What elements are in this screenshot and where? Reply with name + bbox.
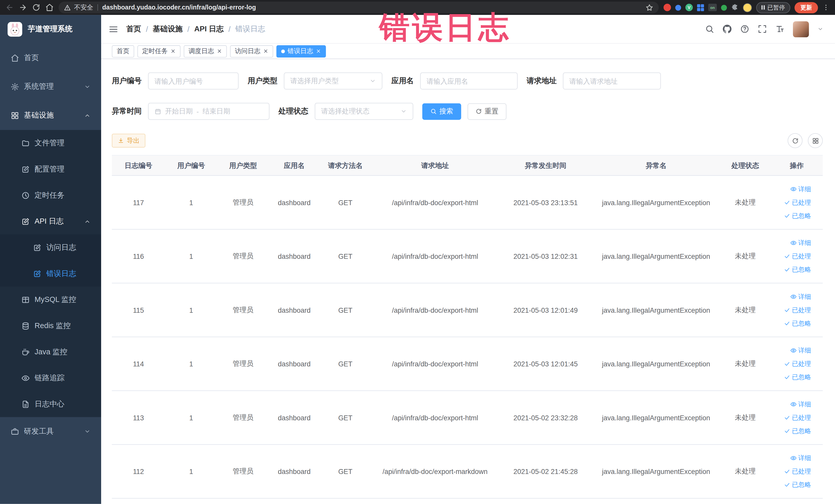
avatar-caret-icon[interactable] — [817, 26, 823, 32]
ignored-link[interactable]: 已忽略 — [784, 372, 811, 382]
app-name-input[interactable] — [420, 73, 518, 89]
cell-exception-time: 2021-05-02 21:45:28 — [499, 467, 592, 475]
extension-icon-on-badge[interactable]: on — [708, 4, 717, 11]
exception-time-range-picker[interactable]: 开始日期 - 结束日期 — [148, 103, 269, 120]
extension-icon-red[interactable] — [664, 4, 671, 11]
sidebar-item-mysql-monitor[interactable]: MySQL 监控 — [0, 286, 101, 313]
extension-icon-green[interactable] — [721, 5, 727, 11]
extension-icon-blue[interactable] — [675, 5, 681, 11]
browser-back-icon[interactable] — [5, 3, 14, 12]
reset-button[interactable]: 重置 — [468, 103, 506, 119]
help-icon[interactable] — [740, 24, 749, 33]
user-id-input[interactable] — [148, 73, 239, 89]
sidebar-item-api-log[interactable]: API 日志 — [0, 208, 101, 235]
detail-link[interactable]: 详细 — [790, 346, 811, 355]
browser-home-icon[interactable] — [45, 3, 54, 12]
tab-access-log[interactable]: 访问日志 — [230, 45, 273, 57]
ignored-link[interactable]: 已忽略 — [784, 426, 811, 436]
breadcrumb-home[interactable]: 首页 — [126, 24, 141, 34]
search-icon[interactable] — [705, 24, 714, 33]
ignored-link[interactable]: 已忽略 — [784, 265, 811, 274]
sidebar-item-infrastructure[interactable]: 基础设施 — [0, 101, 101, 130]
tab-scheduled-tasks[interactable]: 定时任务 — [137, 45, 180, 57]
close-icon[interactable] — [217, 48, 222, 54]
sidebar-item-home[interactable]: 首页 — [0, 44, 101, 73]
refresh-button[interactable] — [788, 133, 802, 148]
cell-user-id: 1 — [165, 306, 217, 314]
cell-method: GET — [320, 414, 371, 422]
table-row: 115 1 管理员 dashboard GET /api/infra/db-do… — [112, 283, 823, 337]
detail-link[interactable]: 详细 — [790, 292, 811, 301]
sidebar-item-access-log[interactable]: 访问日志 — [0, 235, 101, 261]
sidebar-collapse-icon[interactable] — [108, 24, 118, 34]
user-type-select[interactable]: 请选择用户类型 — [284, 73, 383, 89]
github-icon[interactable] — [722, 24, 732, 33]
browser-reload-icon[interactable] — [32, 3, 40, 12]
table-row: 113 1 管理员 dashboard GET /api/infra/db-do… — [112, 391, 823, 445]
breadcrumb-infrastructure[interactable]: 基础设施 — [153, 24, 183, 34]
sidebar-item-scheduled-tasks[interactable]: 定时任务 — [0, 182, 101, 208]
sidebar-item-config-management[interactable]: 配置管理 — [0, 156, 101, 182]
detail-link[interactable]: 详细 — [790, 238, 811, 247]
processed-link[interactable]: 已处理 — [784, 359, 811, 368]
tab-schedule-log[interactable]: 调度日志 — [184, 45, 227, 57]
cell-app-name: dashboard — [269, 306, 320, 314]
extension-icon-vue[interactable]: V — [685, 4, 693, 11]
check-icon — [784, 199, 790, 206]
tab-home[interactable]: 首页 — [112, 45, 134, 57]
detail-link[interactable]: 详细 — [790, 454, 811, 463]
app-logo[interactable]: 芋道管理系统 — [0, 15, 101, 44]
browser-menu-kebab-icon[interactable] — [822, 3, 830, 12]
process-status-select[interactable]: 请选择处理状态 — [315, 103, 413, 120]
tab-error-log[interactable]: 错误日志 — [277, 45, 326, 57]
extension-icon-grid[interactable] — [697, 4, 704, 11]
close-icon[interactable] — [263, 48, 268, 54]
processed-link[interactable]: 已处理 — [784, 467, 811, 476]
sidebar-item-file-management[interactable]: 文件管理 — [0, 130, 101, 156]
sidebar-item-system-management[interactable]: 系统管理 — [0, 73, 101, 101]
search-button[interactable]: 搜索 — [422, 103, 461, 119]
processed-link[interactable]: 已处理 — [784, 413, 811, 422]
update-button[interactable]: 更新 — [794, 2, 818, 13]
font-size-icon[interactable] — [775, 24, 785, 33]
breadcrumb-api-log[interactable]: API 日志 — [194, 24, 224, 34]
bookmark-star-icon[interactable] — [645, 3, 653, 11]
ignored-link[interactable]: 已忽略 — [784, 211, 811, 220]
address-bar[interactable]: 不安全 dashboard.yudao.iocoder.cn/infra/log… — [59, 2, 659, 13]
sidebar-item-redis-monitor[interactable]: Redis 监控 — [0, 313, 101, 339]
detail-link[interactable]: 详细 — [790, 400, 811, 409]
extension-cluster: V on 已暂停 更新 — [664, 2, 830, 13]
browser-forward-icon[interactable] — [19, 3, 27, 12]
close-icon[interactable] — [170, 48, 176, 54]
document-icon — [21, 400, 30, 408]
paused-button[interactable]: 已暂停 — [756, 2, 790, 13]
processed-link[interactable]: 已处理 — [784, 305, 811, 315]
fullscreen-icon[interactable] — [758, 24, 767, 33]
ignored-link[interactable]: 已忽略 — [784, 480, 811, 489]
sidebar-item-label: Java 监控 — [35, 347, 67, 357]
column-settings-button[interactable] — [808, 133, 823, 148]
sidebar-item-error-log[interactable]: 错误日志 — [0, 260, 101, 286]
processed-link[interactable]: 已处理 — [784, 251, 811, 261]
ignored-link[interactable]: 已忽略 — [784, 319, 811, 328]
sidebar-item-java-monitor[interactable]: Java 监控 — [0, 339, 101, 365]
site-security-chip[interactable]: 不安全 — [64, 3, 93, 12]
processed-link[interactable]: 已处理 — [784, 198, 811, 207]
sidebar-item-trace[interactable]: 链路追踪 — [0, 365, 101, 391]
request-url-input[interactable] — [563, 73, 661, 89]
export-button[interactable]: 导出 — [112, 134, 145, 148]
logo-image — [7, 21, 23, 37]
sidebar-menu: 首页 系统管理 基础设施 文件管理 — [0, 44, 101, 446]
edit-icon — [21, 165, 30, 173]
close-icon[interactable] — [316, 48, 321, 54]
detail-link[interactable]: 详细 — [790, 185, 811, 194]
extensions-puzzle-icon[interactable] — [731, 4, 738, 11]
sidebar-item-log-center[interactable]: 日志中心 — [0, 391, 101, 417]
cell-log-id: 117 — [112, 199, 165, 206]
page-url: dashboard.yudao.iocoder.cn/infra/log/api… — [102, 4, 641, 11]
warning-icon — [64, 4, 71, 11]
browser-profile-avatar[interactable] — [743, 3, 752, 12]
page-content: 用户编号 用户类型 请选择用户类型 应用名 — [101, 59, 835, 504]
user-avatar[interactable] — [793, 21, 809, 37]
sidebar-item-dev-tools[interactable]: 研发工具 — [0, 417, 101, 446]
